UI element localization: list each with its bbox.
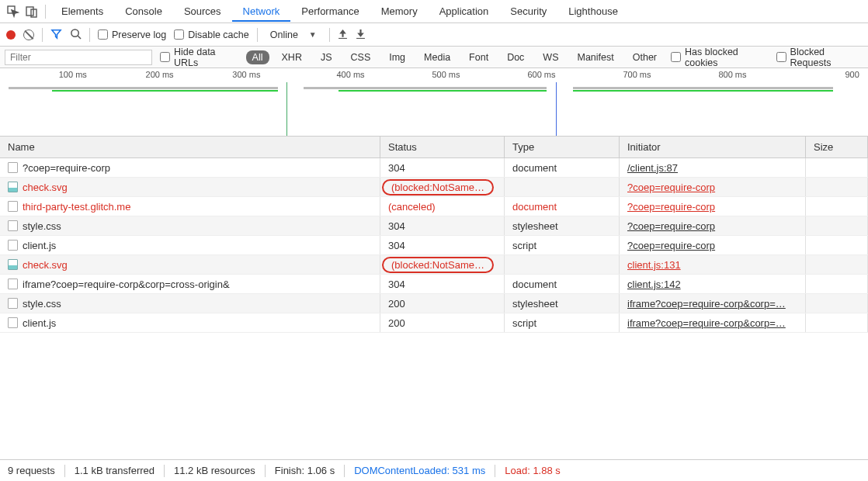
- cell-type: stylesheet: [505, 216, 620, 235]
- clear-icon[interactable]: [23, 29, 34, 40]
- cell-type: stylesheet: [505, 294, 620, 313]
- divider: [495, 465, 495, 477]
- document-file-icon: [8, 279, 18, 289]
- filter-type-media[interactable]: Media: [418, 50, 457, 64]
- table-row[interactable]: iframe?coep=require-corp&corp=cross-orig…: [0, 275, 868, 294]
- timeline-tick: 700 ms: [623, 70, 651, 79]
- svg-rect-5: [356, 37, 365, 38]
- tab-application[interactable]: Application: [429, 1, 500, 22]
- table-row[interactable]: style.css304stylesheet?coep=require-corp: [0, 216, 868, 236]
- cell-type: document: [505, 197, 620, 216]
- tab-elements[interactable]: Elements: [50, 1, 114, 22]
- timeline-tick: 400 ms: [336, 70, 364, 79]
- tab-console[interactable]: Console: [114, 1, 173, 22]
- filter-type-manifest[interactable]: Manifest: [571, 50, 620, 64]
- filter-type-js[interactable]: JS: [314, 50, 339, 64]
- table-row[interactable]: ?coep=require-corp304document/client.js:…: [0, 158, 868, 178]
- cell-name: ?coep=require-corp: [0, 158, 380, 177]
- cell-initiator: /client.js:87: [620, 158, 806, 177]
- cell-status: 304: [380, 236, 505, 254]
- timeline-tick: 800 ms: [718, 70, 746, 79]
- table-row[interactable]: check.svg(blocked:NotSame…?coep=require-…: [0, 178, 868, 197]
- requests-table: Name Status Type Initiator Size ?coep=re…: [0, 137, 868, 459]
- device-toggle-icon[interactable]: [23, 3, 40, 20]
- col-size[interactable]: Size: [806, 137, 868, 157]
- filter-type-font[interactable]: Font: [463, 50, 495, 64]
- tab-performance[interactable]: Performance: [290, 1, 370, 22]
- throttling-select[interactable]: Online ▼: [266, 28, 321, 42]
- initiator-link[interactable]: client.js:131: [627, 259, 681, 271]
- has-blocked-cookies-checkbox[interactable]: Has blocked cookies: [671, 47, 769, 68]
- throttling-value: Online: [270, 29, 298, 40]
- col-type[interactable]: Type: [505, 137, 620, 157]
- inspect-icon[interactable]: [5, 3, 22, 20]
- table-row[interactable]: style.css200stylesheetiframe?coep=requir…: [0, 294, 868, 313]
- timeline-tick: 600 ms: [527, 70, 555, 79]
- cell-type: document: [505, 158, 620, 177]
- devtools-tabbar: ElementsConsoleSourcesNetworkPerformance…: [0, 0, 868, 23]
- cell-name: iframe?coep=require-corp&corp=cross-orig…: [0, 275, 380, 293]
- initiator-link[interactable]: ?coep=require-corp: [627, 201, 715, 213]
- cell-name: client.js: [0, 313, 380, 332]
- tab-memory[interactable]: Memory: [370, 1, 429, 22]
- status-resources: 11.2 kB resources: [174, 465, 255, 476]
- hide-data-urls-checkbox[interactable]: Hide data URLs: [160, 47, 238, 68]
- cell-size: [806, 197, 868, 216]
- cell-size: [806, 313, 868, 332]
- preserve-log-checkbox[interactable]: Preserve log: [98, 29, 166, 40]
- upload-har-icon[interactable]: [338, 29, 348, 41]
- filter-type-img[interactable]: Img: [383, 50, 411, 64]
- preserve-log-label: Preserve log: [112, 29, 166, 40]
- initiator-link[interactable]: iframe?coep=require-corp&corp=…: [627, 298, 786, 310]
- filter-input[interactable]: [5, 50, 152, 65]
- divider: [89, 28, 90, 42]
- initiator-link[interactable]: /client.js:87: [627, 162, 678, 174]
- cell-name: style.css: [0, 216, 380, 235]
- tab-security[interactable]: Security: [499, 1, 557, 22]
- filter-type-css[interactable]: CSS: [345, 50, 377, 64]
- disable-cache-checkbox[interactable]: Disable cache: [174, 29, 249, 40]
- col-name[interactable]: Name: [0, 137, 380, 157]
- divider: [265, 465, 266, 477]
- tab-network[interactable]: Network: [232, 1, 291, 22]
- initiator-link[interactable]: ?coep=require-corp: [627, 240, 715, 251]
- initiator-link[interactable]: ?coep=require-corp: [627, 220, 715, 232]
- divider: [42, 28, 43, 42]
- initiator-link[interactable]: client.js:142: [627, 279, 681, 290]
- tab-sources[interactable]: Sources: [173, 1, 232, 22]
- svg-rect-1: [26, 7, 33, 16]
- initiator-link[interactable]: iframe?coep=require-corp&corp=…: [627, 317, 786, 329]
- cell-initiator: client.js:131: [620, 255, 806, 274]
- cell-name: check.svg: [0, 255, 380, 274]
- download-har-icon[interactable]: [356, 29, 366, 41]
- cell-size: [806, 275, 868, 293]
- cell-status: (canceled): [380, 197, 505, 216]
- blocked-requests-checkbox[interactable]: Blocked Requests: [776, 47, 863, 68]
- cell-status: 200: [380, 294, 505, 313]
- cell-size: [806, 294, 868, 313]
- search-icon[interactable]: [70, 28, 82, 42]
- table-row[interactable]: third-party-test.glitch.me(canceled)docu…: [0, 197, 868, 216]
- status-transferred: 1.1 kB transferred: [75, 465, 155, 476]
- col-status[interactable]: Status: [380, 137, 505, 157]
- hide-data-urls-label: Hide data URLs: [174, 47, 238, 68]
- filter-toggle-icon[interactable]: [50, 28, 62, 42]
- status-finish: Finish: 1.06 s: [275, 465, 335, 476]
- filter-type-xhr[interactable]: XHR: [276, 50, 308, 64]
- filter-type-ws[interactable]: WS: [536, 50, 564, 64]
- initiator-link[interactable]: ?coep=require-corp: [627, 182, 715, 193]
- filter-type-doc[interactable]: Doc: [501, 50, 530, 64]
- record-button[interactable]: [6, 30, 16, 40]
- table-row[interactable]: check.svg(blocked:NotSame…client.js:131: [0, 255, 868, 275]
- table-row[interactable]: client.js304script?coep=require-corp: [0, 236, 868, 255]
- has-blocked-cookies-label: Has blocked cookies: [685, 47, 769, 68]
- table-row[interactable]: client.js200scriptiframe?coep=require-co…: [0, 313, 868, 333]
- cell-status: 200: [380, 313, 505, 332]
- filter-type-other[interactable]: Other: [627, 50, 663, 64]
- tab-lighthouse[interactable]: Lighthouse: [557, 1, 629, 22]
- col-initiator[interactable]: Initiator: [620, 137, 806, 157]
- filter-type-all[interactable]: All: [246, 50, 269, 64]
- cell-initiator: iframe?coep=require-corp&corp=…: [620, 313, 806, 332]
- cell-name: check.svg: [0, 178, 380, 196]
- timeline-overview[interactable]: 100 ms200 ms300 ms400 ms500 ms600 ms700 …: [0, 68, 868, 137]
